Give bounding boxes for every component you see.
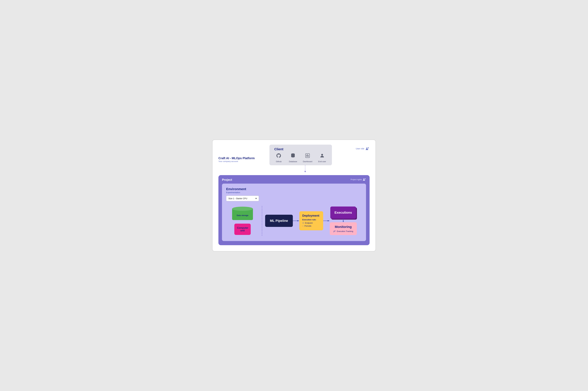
svg-marker-13 bbox=[297, 220, 299, 221]
user-role-icon bbox=[365, 147, 370, 150]
arrow-deployment-to-executions bbox=[323, 220, 330, 222]
deployment-endpoint-label: Endpoint bbox=[305, 222, 313, 224]
monitoring-box: Monitoring Execution Tracking bbox=[330, 222, 357, 235]
project-container: Project Project rights Environment Exper… bbox=[218, 175, 370, 245]
deployment-periodic-label: Periodic bbox=[304, 225, 311, 227]
svg-rect-2 bbox=[306, 155, 307, 157]
user-role-label: User role bbox=[356, 147, 364, 150]
database-label: Database bbox=[289, 160, 297, 163]
client-icon-dashboard: Dashboard bbox=[303, 153, 312, 163]
computer-unit: Computer unit bbox=[234, 224, 251, 235]
deployment-title: Deployment bbox=[302, 214, 320, 217]
project-label: Project bbox=[222, 178, 366, 182]
size-dropdown[interactable]: Size 1 - Starter CPU ▾ bbox=[226, 196, 259, 201]
monitoring-icon bbox=[333, 230, 336, 232]
ml-pipeline-label: ML Pipeline bbox=[270, 219, 288, 223]
chevron-down-icon: ▾ bbox=[255, 197, 257, 200]
executions-box: Executions bbox=[330, 206, 356, 219]
arrow-pipeline-to-deployment bbox=[293, 220, 299, 222]
brand-subtitle: Your company account bbox=[218, 160, 255, 163]
svg-point-8 bbox=[366, 148, 368, 149]
svg-rect-4 bbox=[308, 155, 309, 157]
pipeline-row: ML Pipeline Deployment Execution rule: bbox=[265, 206, 362, 235]
client-title: Client bbox=[274, 147, 283, 151]
svg-point-5 bbox=[321, 154, 323, 156]
deployment-box: Deployment Execution rule: ⊙ Endpoint ○ … bbox=[299, 211, 323, 230]
radio-empty-icon: ○ bbox=[302, 225, 303, 227]
monitoring-subtitle-text: Execution Tracking bbox=[337, 230, 353, 232]
client-icons: Github Database bbox=[274, 153, 327, 163]
monitoring-title: Monitoring bbox=[333, 225, 353, 229]
client-icon-github: Github bbox=[274, 153, 283, 163]
user-role: User role bbox=[356, 147, 370, 150]
deployment-option-periodic: ○ Periodic bbox=[302, 225, 320, 227]
enduser-icon bbox=[319, 153, 325, 160]
database-icon bbox=[290, 153, 296, 160]
execution-rule-label: Execution rule: bbox=[302, 218, 320, 221]
brand: Craft AI - MLOps Platform Your company a… bbox=[218, 157, 255, 163]
svg-marker-15 bbox=[328, 220, 330, 221]
svg-rect-3 bbox=[307, 154, 308, 157]
dashboard-icon bbox=[305, 153, 310, 160]
executions-label: Executions bbox=[334, 211, 352, 214]
client-icon-database: Database bbox=[289, 153, 297, 163]
client-box: Client Github bbox=[270, 145, 332, 165]
executions-monitoring-col: Executions Monitoring bbox=[330, 206, 357, 235]
deployment-option-endpoint: ⊙ Endpoint bbox=[302, 222, 320, 224]
svg-point-18 bbox=[333, 232, 334, 232]
project-rights-icon bbox=[363, 178, 366, 181]
vertical-divider bbox=[262, 206, 262, 236]
github-icon bbox=[276, 153, 281, 160]
environment-label: Environment bbox=[226, 187, 362, 191]
svg-marker-7 bbox=[304, 171, 306, 173]
svg-marker-17 bbox=[343, 221, 344, 222]
environment-box: Environment Experimentation Size 1 - Sta… bbox=[222, 184, 366, 241]
left-section: Data storage Computer unit bbox=[226, 207, 259, 235]
data-storage-label: Data storage bbox=[237, 214, 248, 216]
github-label: Github bbox=[276, 160, 282, 163]
page-wrapper: Craft AI - MLOps Platform Your company a… bbox=[212, 140, 376, 251]
monitoring-subtitle: Execution Tracking bbox=[333, 230, 353, 232]
project-rights: Project rights bbox=[351, 178, 366, 181]
svg-point-9 bbox=[368, 147, 369, 148]
svg-point-11 bbox=[365, 179, 366, 179]
dashboard-label: Dashboard bbox=[303, 160, 312, 163]
radio-filled-icon: ⊙ bbox=[302, 222, 304, 224]
client-icon-enduser: End-user bbox=[318, 153, 327, 163]
enduser-label: End-user bbox=[318, 160, 326, 163]
environment-sublabel: Experimentation bbox=[226, 191, 362, 194]
size-dropdown-value: Size 1 - Starter CPU bbox=[228, 197, 247, 200]
computer-unit-label: Computer unit bbox=[237, 227, 248, 232]
ml-pipeline-box: ML Pipeline bbox=[265, 215, 293, 227]
svg-point-10 bbox=[364, 179, 365, 180]
brand-title: Craft AI - MLOps Platform bbox=[218, 157, 255, 160]
arrow-executions-to-monitoring bbox=[342, 219, 344, 222]
data-storage: Data storage bbox=[232, 207, 253, 220]
